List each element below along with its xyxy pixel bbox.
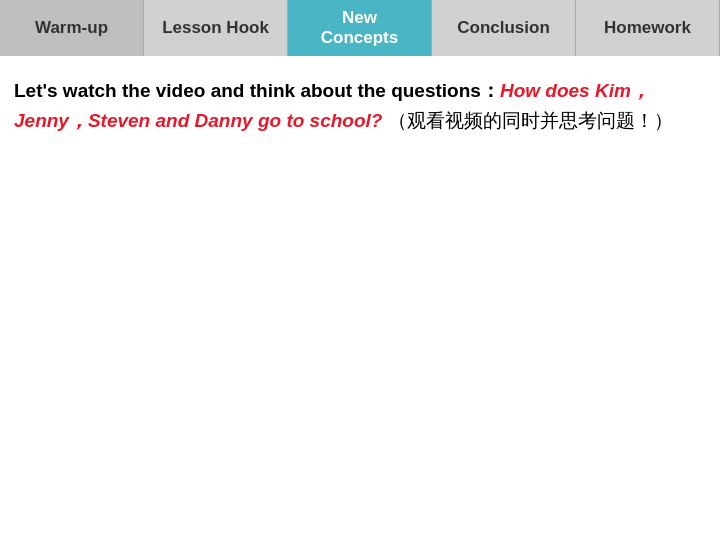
tab-conclusion[interactable]: Conclusion — [432, 0, 576, 56]
tab-newconcepts[interactable]: New Concepts — [288, 0, 432, 56]
tab-warmup[interactable]: Warm-up — [0, 0, 144, 56]
chinese-text: （观看视频的同时并思考问题！） — [388, 110, 673, 131]
intro-text: Let's watch the video and think about th… — [14, 80, 500, 101]
tab-lessonhook[interactable]: Lesson Hook — [144, 0, 288, 56]
tab-homework[interactable]: Homework — [576, 0, 720, 56]
content-area: Let's watch the video and think about th… — [0, 56, 720, 157]
tab-bar: Warm-up Lesson Hook New Concepts Conclus… — [0, 0, 720, 56]
